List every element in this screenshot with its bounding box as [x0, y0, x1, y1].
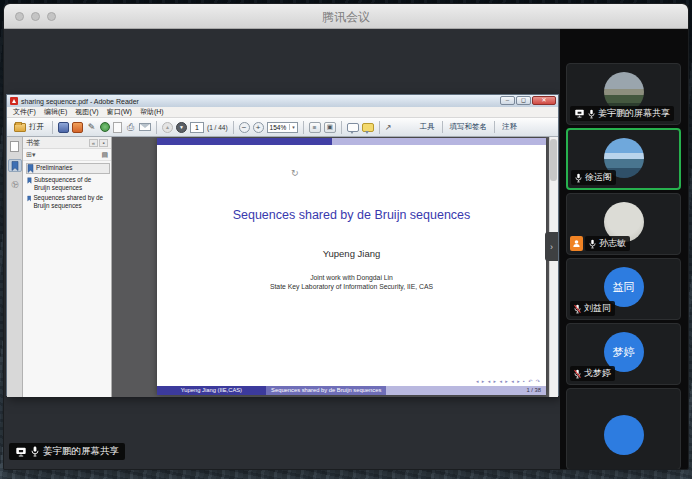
- toolbar-separator: [494, 121, 495, 133]
- toolbar-separator: [52, 121, 53, 134]
- reader-window-controls: – ◻ ✕: [500, 96, 556, 105]
- adobe-reader-window: sharing sequence.pdf - Adobe Reader – ◻ …: [6, 94, 559, 396]
- toolbar-separator: [379, 121, 380, 134]
- participant-tile[interactable]: 梦婷 戈梦婷: [566, 323, 681, 385]
- next-page-button[interactable]: ▼: [176, 122, 187, 133]
- mail-icon[interactable]: [139, 123, 151, 131]
- slide-header-dark-segment: [157, 138, 332, 145]
- page-number-input[interactable]: 1: [190, 122, 204, 133]
- share-banner-label: 姜宇鹏的屏幕共享: [43, 445, 119, 458]
- bookmark-ribbon-icon: [27, 164, 34, 173]
- tools-panel-button[interactable]: 工具: [417, 122, 438, 132]
- panel-options-button[interactable]: ▪: [99, 139, 108, 147]
- bookmark-label: Subsequences of de Bruijn sequences: [34, 176, 109, 191]
- reader-menubar: 文件(F) 编辑(E) 视图(V) 窗口(W) 帮助(H): [7, 107, 558, 118]
- bookmarks-list: Preliminaries Subsequences of de Bruijn …: [23, 161, 111, 212]
- bookmark-item[interactable]: Preliminaries: [27, 164, 109, 173]
- send-file-icon[interactable]: [72, 122, 83, 133]
- footer-author: Yupeng Jiang (IIE,CAS): [157, 386, 266, 395]
- slide-footer: Yupeng Jiang (IIE,CAS) Sequences shared …: [157, 386, 546, 395]
- menu-file[interactable]: 文件(F): [9, 107, 40, 117]
- participant-name: 徐运阁: [585, 171, 612, 184]
- footer-title: Sequences shared by de Bruijn sequences: [266, 386, 387, 395]
- open-button-label: 打开: [29, 122, 44, 132]
- mic-muted-icon: [574, 369, 581, 379]
- share-arrow-icon[interactable]: ↗: [385, 123, 392, 132]
- participant-tile[interactable]: 益同 刘益同: [566, 258, 681, 320]
- document-scrollbar[interactable]: [549, 137, 558, 397]
- new-bookmark-icon[interactable]: ▤: [101, 151, 108, 159]
- bookmarks-panel-icon[interactable]: [8, 159, 22, 172]
- menu-view[interactable]: 视图(V): [71, 107, 102, 117]
- print-icon[interactable]: ⎙: [125, 122, 136, 133]
- scroll-mode-icon[interactable]: ≡: [309, 122, 321, 133]
- highlight-bubble-icon[interactable]: [362, 123, 374, 132]
- bookmark-label: Preliminaries: [36, 164, 72, 172]
- participant-tile-partial[interactable]: [566, 388, 681, 470]
- bookmark-item[interactable]: Sequences shared by de Bruijn sequences: [27, 194, 109, 209]
- bookmark-label: Sequences shared by de Bruijn sequences: [33, 194, 109, 209]
- fill-sign-panel-button[interactable]: 填写和签名: [447, 122, 491, 132]
- mic-muted-icon: [574, 304, 581, 314]
- document-area: ↻ Sequences shared by de Bruijn sequence…: [112, 137, 558, 397]
- participants-sidebar: 姜宇鹏的屏幕共享 徐运阁: [560, 29, 688, 470]
- edit-icon[interactable]: ✎: [86, 122, 97, 133]
- scrollbar-thumb[interactable]: [550, 139, 557, 181]
- participant-tile-host[interactable]: 孙志敏: [566, 193, 681, 255]
- panel-collapse-button[interactable]: «: [89, 139, 98, 147]
- participant-label: 刘益同: [570, 301, 615, 316]
- menu-help[interactable]: 帮助(H): [136, 107, 168, 117]
- bookmark-item[interactable]: Subsequences of de Bruijn sequences: [27, 176, 109, 191]
- bookmarks-title: 书签: [26, 138, 88, 148]
- toolbar-separator: [442, 121, 443, 133]
- screen-share-icon: [574, 109, 585, 118]
- reader-close-button[interactable]: ✕: [532, 96, 556, 105]
- zoom-level-select[interactable]: 154% ▾: [267, 122, 298, 133]
- screen-share-icon: [15, 447, 27, 457]
- mic-icon: [588, 109, 595, 119]
- pdf-file-icon: [10, 97, 18, 105]
- meeting-content: sharing sequence.pdf - Adobe Reader – ◻ …: [4, 29, 688, 470]
- reader-titlebar[interactable]: sharing sequence.pdf - Adobe Reader – ◻ …: [7, 95, 558, 107]
- slide-subtitle-2: State Key Laboratory of Information Secu…: [157, 283, 546, 290]
- meeting-titlebar[interactable]: 腾讯会议: [4, 4, 688, 29]
- toolbar-separator: [233, 121, 234, 134]
- bookmarks-header: 书签 « ▪: [23, 137, 111, 149]
- loading-spinner-icon: ↻: [291, 168, 299, 178]
- fullscreen-icon[interactable]: ▣: [324, 122, 336, 133]
- desktop: 腾讯会议 sharing sequence.pdf - Adobe Reader…: [0, 0, 692, 479]
- zoom-in-button[interactable]: +: [253, 122, 264, 133]
- page-thumbnails-icon[interactable]: [9, 140, 21, 153]
- zoom-out-button[interactable]: −: [239, 122, 250, 133]
- save-icon[interactable]: [58, 122, 69, 133]
- participant-tile-active-speaker[interactable]: 徐运阁: [566, 128, 681, 190]
- footer-page-number: 1 / 38: [386, 386, 546, 395]
- menu-edit[interactable]: 编辑(E): [40, 107, 71, 117]
- participant-label: 戈梦婷: [570, 366, 615, 381]
- open-button[interactable]: 打开: [11, 121, 47, 133]
- pdf-slide: ↻ Sequences shared by de Bruijn sequence…: [157, 138, 546, 395]
- toolbar-separator: [341, 121, 342, 134]
- menu-window[interactable]: 窗口(W): [103, 107, 136, 117]
- bookmark-ribbon-icon: [27, 194, 31, 203]
- reader-minimize-button[interactable]: –: [500, 96, 515, 105]
- participant-tile-sharer[interactable]: 姜宇鹏的屏幕共享: [566, 63, 681, 125]
- comment-bubble-icon[interactable]: [347, 123, 359, 132]
- document-icon[interactable]: [113, 122, 122, 133]
- reader-maximize-button[interactable]: ◻: [516, 96, 531, 105]
- chevron-down-icon[interactable]: ▾: [32, 151, 36, 159]
- mic-icon: [589, 239, 596, 249]
- bookmark-ribbon-icon: [27, 176, 32, 185]
- comment-panel-button[interactable]: 注释: [499, 122, 520, 132]
- previous-page-button[interactable]: ▲: [162, 122, 173, 133]
- globe-icon[interactable]: [100, 122, 110, 132]
- bookmarks-panel: 书签 « ▪ ⊞ ▾ ▤ Pr: [23, 137, 112, 397]
- avatar-initials: [604, 415, 644, 455]
- reader-content: ✇ 书签 « ▪ ⊞ ▾ ▤: [7, 137, 558, 397]
- panel-expand-tab[interactable]: ›: [545, 232, 558, 261]
- zoom-level-value: 154%: [270, 124, 287, 131]
- participant-label-row: 孙志敏: [570, 236, 630, 251]
- page-count-label: (1 / 44): [207, 124, 228, 131]
- reader-toolbar: 打开 ✎ ⎙ ▲ ▼ 1 (1 / 44) −: [7, 118, 558, 137]
- attachments-icon[interactable]: ✇: [6, 176, 24, 194]
